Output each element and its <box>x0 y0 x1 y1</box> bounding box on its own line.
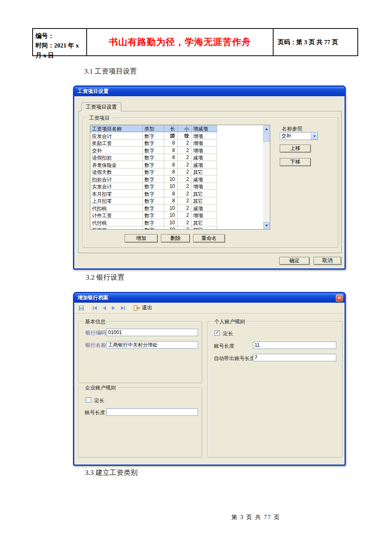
table-row[interactable]: 扣款合计数字102减项 <box>90 176 217 183</box>
corporate-fixed-length-checkbox[interactable] <box>86 397 91 403</box>
table-cell: 上月扣零 <box>90 197 143 205</box>
delete-button[interactable]: 删除 <box>161 234 190 242</box>
column-header[interactable]: 小数 <box>178 125 191 132</box>
personal-account-group-label: 个人账户规则 <box>212 318 247 325</box>
scrollbar-thumb[interactable] <box>263 133 269 142</box>
salary-items-dialog: 工资项目设置 工资项目设置 工资项目 工资项目名称类型长度小数增减项 应发合计数… <box>73 85 346 270</box>
first-record-button[interactable] <box>91 305 99 311</box>
table-cell: 数字 <box>143 176 164 183</box>
table-cell: 奖励工资 <box>90 140 143 147</box>
table-row[interactable]: 代扣税数字102减项 <box>90 204 217 212</box>
table-cell: 请假扣款 <box>90 154 143 161</box>
last-record-icon <box>121 306 124 310</box>
header-page-cell: 页码：第 3 页 共 77 页 <box>274 29 357 55</box>
section-heading-3-1: 3.1 工资项目设置 <box>84 66 137 76</box>
table-row[interactable]: 交补数字82增项 <box>90 147 217 154</box>
add-button[interactable]: 增加 <box>125 234 158 242</box>
table-row[interactable]: 奖励工资数字82增项 <box>90 140 217 147</box>
next-record-button[interactable] <box>110 305 117 311</box>
first-record-icon <box>94 306 97 310</box>
scrollbar-up-icon[interactable] <box>263 126 269 132</box>
table-cell: 其它 <box>191 226 217 230</box>
table-cell: 8 <box>164 168 178 176</box>
table-cell: 代扣税 <box>90 204 143 212</box>
table-cell: 增项 <box>191 147 217 154</box>
table-row[interactable]: 本月扣零数字82其它 <box>90 190 217 197</box>
personal-account-length-label: 账号长度 <box>214 343 234 350</box>
personal-account-length-input[interactable] <box>253 342 336 349</box>
exit-door-icon <box>134 305 140 311</box>
table-cell: 年终奖 <box>90 226 143 230</box>
table-cell: 10 <box>164 183 178 190</box>
table-cell: 2 <box>178 190 191 197</box>
tab-salary-items[interactable]: 工资项目设置 <box>81 102 121 111</box>
save-button[interactable] <box>77 304 86 312</box>
tab-salary-items-label: 工资项目设置 <box>86 104 117 111</box>
table-cell: 其它 <box>191 219 217 226</box>
move-up-button[interactable]: 上移 <box>280 145 311 152</box>
document-header-table: 编号： 时间：2021 年 x 月 x 日 书山有路勤为径，学海无涯苦作舟 页码… <box>32 28 358 56</box>
add-bank-dialog: 增加银行档案 退出 基本信息 银行编码 银行名称 <box>73 292 346 466</box>
table-cell: 增项 <box>191 183 217 190</box>
table-cell: 10 <box>164 176 178 183</box>
column-header[interactable]: 工资项目名称 <box>90 125 143 132</box>
table-cell: 2 <box>178 154 191 161</box>
toolbar-separator <box>129 305 130 311</box>
table-row[interactable]: 计件工资数字102增项 <box>90 212 217 219</box>
bank-name-input[interactable] <box>106 341 198 349</box>
last-record-button[interactable] <box>119 305 127 311</box>
vertical-scrollbar[interactable] <box>263 125 270 229</box>
table-row[interactable]: 请假扣款数字82减项 <box>90 154 217 161</box>
move-down-button[interactable]: 下移 <box>280 158 311 166</box>
scrollbar-down-icon[interactable] <box>263 222 269 229</box>
save-icon <box>78 305 84 311</box>
rename-button[interactable]: 重命名 <box>193 234 225 242</box>
close-icon[interactable] <box>336 294 343 301</box>
table-cell: 交补 <box>90 147 143 154</box>
chevron-down-icon[interactable] <box>311 133 317 140</box>
table-cell: 增项 <box>191 212 217 219</box>
table-cell: 数字 <box>143 204 164 212</box>
name-reference-combobox[interactable]: 交补 <box>280 132 318 140</box>
doc-number-label: 编号： <box>35 31 84 41</box>
salary-items-list[interactable]: 工资项目名称类型长度小数增减项 应发合计数字102增项奖励工资数字82增项交补数… <box>90 125 270 230</box>
table-row[interactable]: 代付税数字102其它 <box>90 219 217 226</box>
corporate-account-length-input[interactable] <box>106 408 198 416</box>
table-cell: 其它 <box>191 168 217 176</box>
table-cell: 10 <box>164 132 178 140</box>
section-heading-3-2: 3.2 银行设置 <box>86 273 125 282</box>
table-cell: 2 <box>178 219 191 226</box>
cancel-button[interactable]: 取消 <box>314 257 341 265</box>
table-cell: 2 <box>178 183 191 190</box>
table-row[interactable]: 实发合计数字102增项 <box>90 183 217 190</box>
basic-info-group-label: 基本信息 <box>83 318 108 325</box>
table-row[interactable]: 请假天数数字82其它 <box>90 168 217 176</box>
table-row[interactable]: 年终奖数字102其它 <box>90 226 217 230</box>
column-header[interactable]: 长度 <box>164 125 178 132</box>
table-row[interactable]: 上月扣零数字82其它 <box>90 197 217 205</box>
salary-dialog-titlebar[interactable]: 工资项目设置 <box>74 87 345 96</box>
table-cell: 增项 <box>191 140 217 147</box>
column-header[interactable]: 类型 <box>143 125 164 132</box>
exit-button[interactable]: 退出 <box>132 304 154 312</box>
table-row[interactable]: 应发合计数字102增项 <box>90 132 217 140</box>
auto-account-length-input[interactable] <box>253 354 336 361</box>
table-cell: 养老保险金 <box>90 161 143 168</box>
table-cell: 代付税 <box>90 219 143 226</box>
move-down-label: 下移 <box>290 159 300 166</box>
corporate-account-length-label: 账号长度 <box>85 409 105 416</box>
table-cell: 8 <box>164 154 178 161</box>
document-page: { "document": { "header": { "no_label": … <box>0 0 392 555</box>
bank-code-input[interactable] <box>106 329 198 336</box>
column-header[interactable]: 增减项 <box>191 125 217 132</box>
auto-account-length-label: 自动带出账号长度 <box>214 355 255 362</box>
ok-button-label: 确定 <box>289 257 300 264</box>
prev-record-button[interactable] <box>101 305 108 311</box>
bank-dialog-titlebar[interactable]: 增加银行档案 <box>74 293 345 303</box>
table-row[interactable]: 养老保险金数字82减项 <box>90 161 217 168</box>
corporate-account-group-label: 企业账户规则 <box>83 384 118 391</box>
personal-fixed-length-checkbox[interactable] <box>215 330 220 336</box>
ok-button[interactable]: 确定 <box>279 257 309 265</box>
header-quote-cell: 书山有路勤为径，学海无涯苦作舟 <box>87 29 274 55</box>
table-cell: 应发合计 <box>90 132 143 140</box>
